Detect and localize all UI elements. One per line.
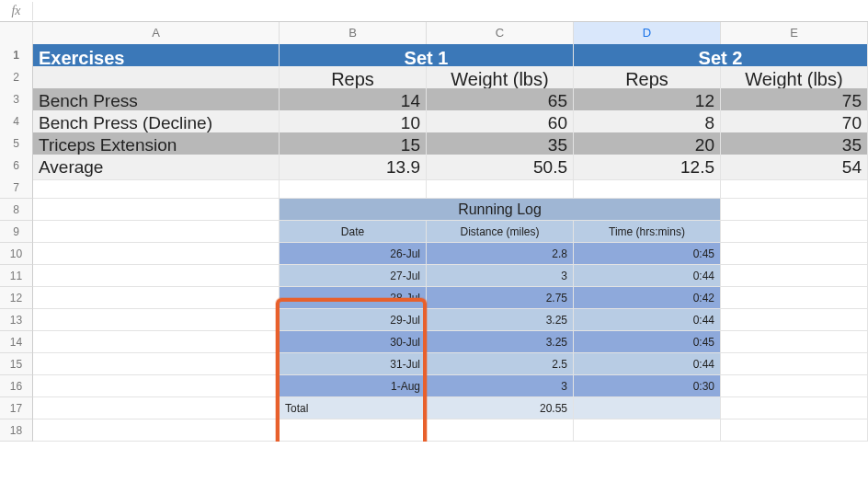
cell-D10[interactable]: 0:45 [574, 243, 721, 265]
cell-B7[interactable] [280, 177, 427, 199]
cell-D15[interactable]: 0:44 [574, 353, 721, 375]
cell-D13[interactable]: 0:44 [574, 309, 721, 331]
row-header-9[interactable]: 9 [0, 221, 33, 243]
cell-D14[interactable]: 0:45 [574, 331, 721, 353]
cell-B14[interactable]: 30-Jul [280, 331, 427, 353]
row-header-8[interactable]: 8 [0, 199, 33, 221]
cell-C16[interactable]: 3 [427, 375, 574, 397]
cell-D12[interactable]: 0:42 [574, 287, 721, 309]
cell-C11[interactable]: 3 [427, 265, 574, 287]
fx-icon: fx [0, 2, 33, 20]
cell-A7[interactable] [33, 177, 280, 199]
cell-C12[interactable]: 2.75 [427, 287, 574, 309]
cell-B12[interactable]: 28-Jul [280, 287, 427, 309]
cell-E8[interactable] [721, 199, 868, 221]
cell-B9[interactable]: Date [280, 221, 427, 243]
cell-B13[interactable]: 29-Jul [280, 309, 427, 331]
row-header-7[interactable]: 7 [0, 177, 33, 199]
row-header-11[interactable]: 11 [0, 265, 33, 287]
row-header-14[interactable]: 14 [0, 331, 33, 353]
cell-E7[interactable] [721, 177, 868, 199]
cell-B8D8[interactable]: Running Log [280, 199, 721, 221]
cell-E10[interactable] [721, 243, 868, 265]
cell-C15[interactable]: 2.5 [427, 353, 574, 375]
cell-E16[interactable] [721, 375, 868, 397]
cell-B18[interactable] [280, 419, 427, 442]
spreadsheet-grid: A B C D E 1 Exercises Set 1 Set 2 2 Reps… [0, 22, 868, 442]
cell-C10[interactable]: 2.8 [427, 243, 574, 265]
cell-E14[interactable] [721, 331, 868, 353]
cell-E9[interactable] [721, 221, 868, 243]
cell-E18[interactable] [721, 419, 868, 442]
row-header-17[interactable]: 17 [0, 397, 33, 419]
row-header-15[interactable]: 15 [0, 353, 33, 375]
formula-input[interactable] [33, 0, 868, 21]
cell-E12[interactable] [721, 287, 868, 309]
cell-C13[interactable]: 3.25 [427, 309, 574, 331]
cell-E11[interactable] [721, 265, 868, 287]
cell-E13[interactable] [721, 309, 868, 331]
cell-A8[interactable] [33, 199, 280, 221]
cell-A18[interactable] [33, 419, 280, 442]
cell-E17[interactable] [721, 397, 868, 419]
cell-B10[interactable]: 26-Jul [280, 243, 427, 265]
cell-A10[interactable] [33, 243, 280, 265]
cell-B17[interactable]: Total [280, 397, 427, 419]
row-header-12[interactable]: 12 [0, 287, 33, 309]
cell-D17[interactable] [574, 397, 721, 419]
cell-B11[interactable]: 27-Jul [280, 265, 427, 287]
cell-A11[interactable] [33, 265, 280, 287]
row-header-13[interactable]: 13 [0, 309, 33, 331]
cell-D16[interactable]: 0:30 [574, 375, 721, 397]
cell-E15[interactable] [721, 353, 868, 375]
cell-A17[interactable] [33, 397, 280, 419]
cell-A9[interactable] [33, 221, 280, 243]
cell-A16[interactable] [33, 375, 280, 397]
cell-D11[interactable]: 0:44 [574, 265, 721, 287]
cell-D9[interactable]: Time (hrs:mins) [574, 221, 721, 243]
formula-bar: fx [0, 0, 868, 22]
cell-C14[interactable]: 3.25 [427, 331, 574, 353]
cell-A12[interactable] [33, 287, 280, 309]
cell-B16[interactable]: 1-Aug [280, 375, 427, 397]
cell-C7[interactable] [427, 177, 574, 199]
cell-A14[interactable] [33, 331, 280, 353]
row-header-16[interactable]: 16 [0, 375, 33, 397]
cell-D18[interactable] [574, 419, 721, 442]
cell-C18[interactable] [427, 419, 574, 442]
cell-A15[interactable] [33, 353, 280, 375]
cell-C9[interactable]: Distance (miles) [427, 221, 574, 243]
cell-A13[interactable] [33, 309, 280, 331]
row-header-18[interactable]: 18 [0, 419, 33, 442]
cell-C17[interactable]: 20.55 [427, 397, 574, 419]
row-header-10[interactable]: 10 [0, 243, 33, 265]
cell-D7[interactable] [574, 177, 721, 199]
cell-B15[interactable]: 31-Jul [280, 353, 427, 375]
